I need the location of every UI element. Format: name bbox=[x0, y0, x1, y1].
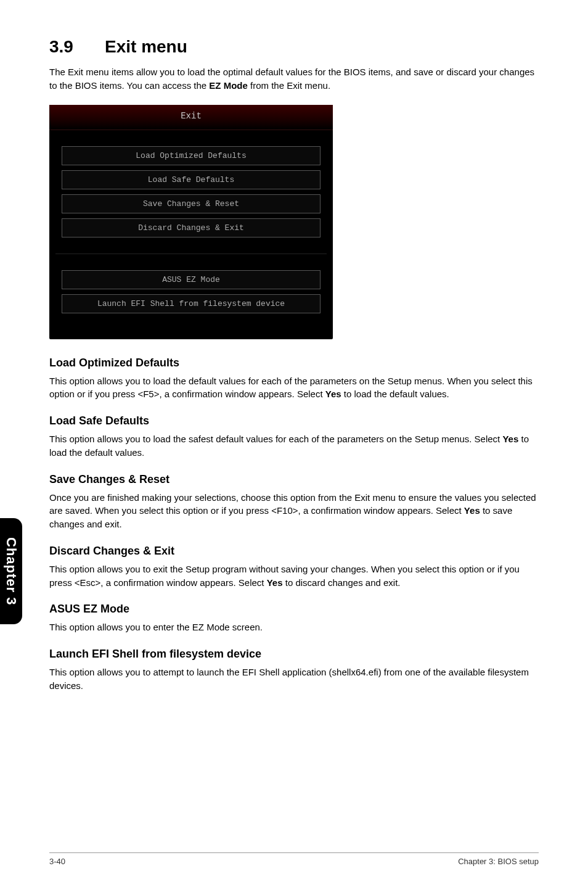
section-body: This option allows you to exit the Setup… bbox=[49, 563, 539, 590]
section-heading: Save Changes & Reset bbox=[49, 473, 539, 486]
section-heading: Discard Changes & Exit bbox=[49, 545, 539, 558]
bios-btn-ez-mode[interactable]: ASUS EZ Mode bbox=[62, 270, 321, 289]
chapter-side-label: Chapter 3 bbox=[3, 537, 19, 605]
section-body: Once you are finished making your select… bbox=[49, 491, 539, 531]
intro-after: from the Exit menu. bbox=[248, 80, 330, 91]
section-text: This option allows you to load the defau… bbox=[49, 376, 533, 400]
title-text: Exit menu bbox=[105, 37, 187, 56]
title-number: 3.9 bbox=[49, 37, 105, 57]
footer-row: 3-40 Chapter 3: BIOS setup bbox=[49, 857, 539, 866]
bios-bottom-group: ASUS EZ Mode Launch EFI Shell from files… bbox=[62, 259, 321, 324]
footer-divider bbox=[49, 852, 539, 853]
section-body: This option allows you to attempt to lau… bbox=[49, 666, 539, 693]
section-bold: Yes bbox=[325, 389, 341, 399]
section-text: This option allows you to attempt to lau… bbox=[49, 667, 529, 691]
section-body: This option allows you to load the safes… bbox=[49, 432, 539, 460]
bios-btn-save-reset[interactable]: Save Changes & Reset bbox=[62, 194, 321, 213]
bios-btn-load-optimized[interactable]: Load Optimized Defaults bbox=[62, 146, 321, 165]
section-bold: Yes bbox=[502, 434, 518, 444]
page-title: 3.9Exit menu bbox=[49, 37, 539, 57]
page-footer: 3-40 Chapter 3: BIOS setup bbox=[49, 852, 539, 866]
bios-btn-efi-shell[interactable]: Launch EFI Shell from filesystem device bbox=[62, 294, 321, 313]
section-body: This option allows you to enter the EZ M… bbox=[49, 621, 539, 634]
section-heading: Load Optimized Defaults bbox=[49, 357, 539, 369]
intro-paragraph: The Exit menu items allow you to load th… bbox=[49, 65, 539, 93]
section-bold: Yes bbox=[464, 505, 480, 516]
bios-btn-discard-exit[interactable]: Discard Changes & Exit bbox=[62, 218, 321, 237]
section-tail: to discard changes and exit. bbox=[283, 577, 401, 588]
section-tail: to load the default values. bbox=[341, 389, 449, 399]
section-heading: ASUS EZ Mode bbox=[49, 603, 539, 616]
bios-exit-menu: Exit Load Optimized Defaults Load Safe D… bbox=[49, 105, 333, 339]
footer-page-number: 3-40 bbox=[49, 857, 65, 866]
section-heading: Launch EFI Shell from filesystem device bbox=[49, 648, 539, 661]
section-bold: Yes bbox=[267, 577, 283, 588]
intro-bold: EZ Mode bbox=[209, 80, 248, 91]
section-heading: Load Safe Defaults bbox=[49, 415, 539, 427]
bios-btn-load-safe[interactable]: Load Safe Defaults bbox=[62, 170, 321, 189]
bios-top-group: Load Optimized Defaults Load Safe Defaul… bbox=[62, 135, 321, 249]
page-content: 3.9Exit menu The Exit menu items allow y… bbox=[0, 0, 588, 721]
section-body: This option allows you to load the defau… bbox=[49, 374, 539, 402]
footer-chapter-label: Chapter 3: BIOS setup bbox=[458, 857, 539, 866]
bios-menu-header: Exit bbox=[49, 105, 333, 130]
section-text: This option allows you to load the safes… bbox=[49, 434, 502, 444]
bios-separator bbox=[55, 254, 327, 254]
chapter-side-tab: Chapter 3 bbox=[0, 518, 22, 624]
section-text: This option allows you to enter the EZ M… bbox=[49, 622, 263, 632]
section-text: Once you are finished making your select… bbox=[49, 492, 536, 516]
